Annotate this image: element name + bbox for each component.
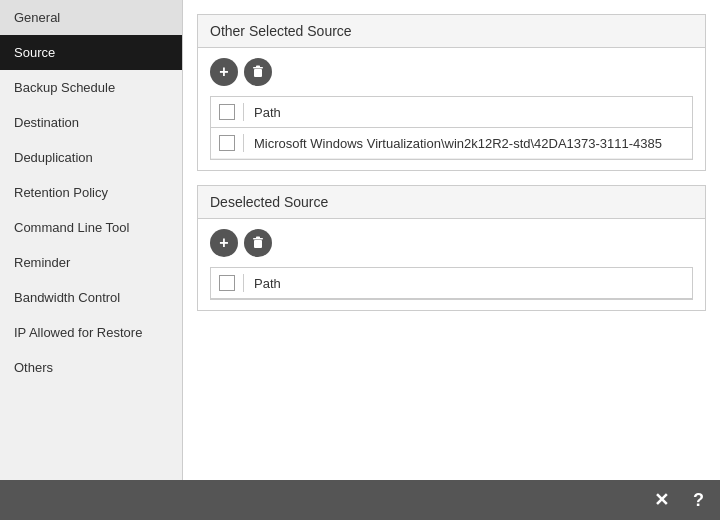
svg-rect-3	[254, 240, 262, 248]
deselected-source-add-button[interactable]: +	[210, 229, 238, 257]
sidebar-item-label: Destination	[14, 115, 79, 130]
sidebar-item-label: IP Allowed for Restore	[14, 325, 142, 340]
other-selected-source-body: + Path	[198, 48, 705, 170]
other-source-path-header: Path	[254, 105, 281, 120]
deselected-source-table-header: Path	[211, 268, 692, 299]
deselected-source-title: Deselected Source	[198, 186, 705, 219]
svg-rect-5	[256, 237, 260, 239]
sidebar-item-retention-policy[interactable]: Retention Policy	[0, 175, 182, 210]
deselected-source-toolbar: +	[210, 229, 693, 257]
row-checkbox[interactable]	[219, 135, 235, 151]
deselected-source-delete-button[interactable]	[244, 229, 272, 257]
deselected-source-path-header: Path	[254, 276, 281, 291]
sidebar-item-command-line-tool[interactable]: Command Line Tool	[0, 210, 182, 245]
deselected-source-body: + Path	[198, 219, 705, 310]
sidebar-item-label: Reminder	[14, 255, 70, 270]
deselected-source-header-checkbox[interactable]	[219, 275, 235, 291]
sidebar-item-label: General	[14, 10, 60, 25]
other-selected-source-title: Other Selected Source	[198, 15, 705, 48]
content-area: Other Selected Source +	[183, 0, 720, 480]
other-source-header-checkbox[interactable]	[219, 104, 235, 120]
sidebar-item-backup-schedule[interactable]: Backup Schedule	[0, 70, 182, 105]
sidebar-item-label: Deduplication	[14, 150, 93, 165]
close-button[interactable]: ✕	[650, 489, 673, 511]
sidebar-item-label: Others	[14, 360, 53, 375]
deselected-source-table: Path	[210, 267, 693, 300]
trash-icon	[251, 236, 265, 250]
other-source-delete-button[interactable]	[244, 58, 272, 86]
sidebar-item-destination[interactable]: Destination	[0, 105, 182, 140]
other-selected-source-section: Other Selected Source +	[197, 14, 706, 171]
trash-icon	[251, 65, 265, 79]
other-source-toolbar: +	[210, 58, 693, 86]
sidebar-item-label: Backup Schedule	[14, 80, 115, 95]
row-path-value: Microsoft Windows Virtualization\win2k12…	[254, 136, 662, 151]
sidebar-item-label: Source	[14, 45, 55, 60]
bottom-bar: ✕ ?	[0, 480, 720, 520]
other-source-table: Path Microsoft Windows Virtualization\wi…	[210, 96, 693, 160]
svg-rect-2	[256, 66, 260, 68]
svg-rect-0	[254, 69, 262, 77]
sidebar-item-reminder[interactable]: Reminder	[0, 245, 182, 280]
other-source-add-button[interactable]: +	[210, 58, 238, 86]
sidebar-item-ip-allowed[interactable]: IP Allowed for Restore	[0, 315, 182, 350]
help-button[interactable]: ?	[689, 490, 708, 511]
table-row: Microsoft Windows Virtualization\win2k12…	[211, 128, 692, 159]
sidebar-item-source[interactable]: Source	[0, 35, 182, 70]
sidebar-item-general[interactable]: General	[0, 0, 182, 35]
sidebar: General Source Backup Schedule Destinati…	[0, 0, 183, 480]
sidebar-item-deduplication[interactable]: Deduplication	[0, 140, 182, 175]
sidebar-item-label: Retention Policy	[14, 185, 108, 200]
deselected-source-section: Deselected Source +	[197, 185, 706, 311]
sidebar-item-bandwidth-control[interactable]: Bandwidth Control	[0, 280, 182, 315]
sidebar-item-label: Bandwidth Control	[14, 290, 120, 305]
other-source-table-header: Path	[211, 97, 692, 128]
sidebar-item-others[interactable]: Others	[0, 350, 182, 385]
sidebar-item-label: Command Line Tool	[14, 220, 129, 235]
